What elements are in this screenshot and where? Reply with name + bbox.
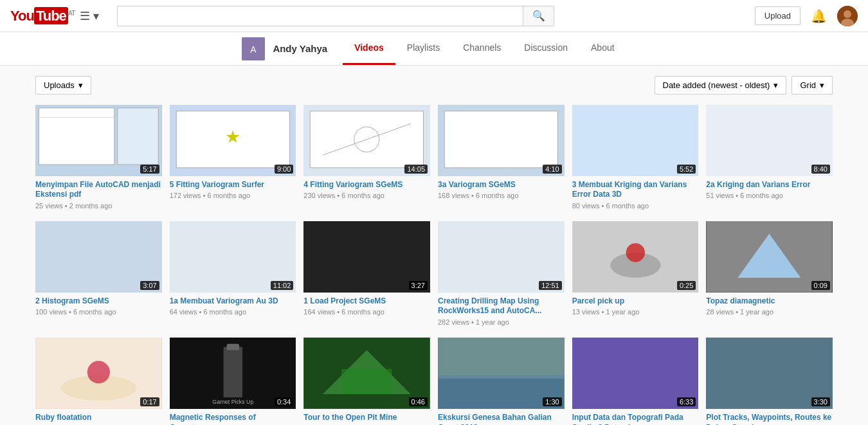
- thumbnail-15: 0:46: [303, 338, 430, 409]
- thumbnail-4: 4:10: [438, 105, 565, 176]
- video-title-15: Tour to the Open Pit Mine: [303, 413, 430, 423]
- toolbar-right: Date added (newest - oldest) ▾ Grid ▾: [655, 76, 833, 95]
- thumbnail-6: 8:40: [706, 105, 833, 176]
- video-card-7[interactable]: 3:07 2 Histogram SGeMS 100 views • 6 mon…: [35, 221, 162, 327]
- search-button[interactable]: 🔍: [523, 6, 554, 26]
- thumbnail-16: 1:30: [438, 338, 565, 409]
- sort-chevron: ▾: [773, 80, 778, 90]
- video-meta-9: 164 views • 6 months ago: [303, 307, 430, 317]
- video-title-4: 3a Variogram SGeMS: [438, 180, 565, 190]
- search-bar: 🔍: [117, 6, 554, 26]
- thumbnail-3: 14:05: [303, 105, 430, 176]
- svg-rect-35: [438, 338, 564, 379]
- grid-chevron: ▾: [820, 80, 824, 90]
- uploads-chevron: ▾: [78, 80, 83, 90]
- thumbnail-18: 3:30: [706, 338, 833, 409]
- svg-rect-28: [226, 344, 239, 350]
- video-title-2: 5 Fitting Variogram Surfer: [170, 180, 296, 190]
- video-card-16[interactable]: 1:30 Ekskursi Genesa Bahan Galian Garut …: [438, 338, 565, 425]
- svg-rect-27: [223, 347, 242, 397]
- video-card-12[interactable]: 0:09 Topaz diamagnetic 28 views • 1 year…: [706, 221, 833, 327]
- svg-rect-32: [342, 369, 392, 394]
- video-title-6: 2a Kriging dan Varians Error: [706, 180, 833, 190]
- video-card-6[interactable]: 8:40 2a Kriging dan Varians Error 51 vie…: [706, 105, 833, 211]
- upload-button[interactable]: Upload: [755, 6, 800, 25]
- svg-point-25: [87, 361, 110, 384]
- thumbnail-17: 6:33: [572, 338, 699, 409]
- video-card-15[interactable]: 0:46 Tour to the Open Pit Mine 72 views …: [303, 338, 430, 425]
- logo-suffix: AT: [68, 9, 75, 16]
- site-header: YouTubeAT ☰ ▾ 🔍 Upload 🔔: [0, 0, 868, 32]
- video-grid: 5:17 Menyimpan File AutoCAD menjadi Ekst…: [35, 105, 833, 425]
- grid-label: Grid: [800, 80, 816, 90]
- svg-text:A: A: [251, 44, 257, 55]
- video-card-4[interactable]: 4:10 3a Variogram SGeMS 168 views • 6 mo…: [438, 105, 565, 211]
- video-meta-2: 172 views • 6 months ago: [170, 191, 296, 201]
- menu-icon[interactable]: ☰ ▾: [80, 9, 99, 23]
- svg-point-20: [626, 243, 644, 262]
- duration-badge-14: 0:34: [275, 397, 293, 406]
- duration-badge-10: 12:51: [539, 281, 562, 290]
- uploads-button[interactable]: Uploads ▾: [35, 76, 91, 95]
- video-title-8: 1a Membuat Variogram Au 3D: [170, 296, 296, 307]
- thumbnail-7: 3:07: [35, 221, 162, 293]
- video-meta-5: 80 views • 6 months ago: [572, 201, 699, 211]
- user-avatar[interactable]: [837, 6, 858, 26]
- video-title-13: Ruby floatation: [35, 413, 162, 423]
- main-content: Uploads ▾ Date added (newest - oldest) ▾…: [10, 66, 858, 425]
- duration-badge-18: 3:30: [811, 397, 830, 406]
- video-card-17[interactable]: 6:33 Input Data dan Topografi Pada Studi…: [572, 338, 699, 425]
- notifications-icon[interactable]: 🔔: [811, 8, 827, 24]
- duration-badge-4: 4:10: [543, 165, 561, 174]
- duration-badge-9: 3:27: [409, 281, 428, 290]
- video-title-9: 1 Load Project SGeMS: [303, 296, 430, 307]
- video-title-17: Input Data dan Topografi Pada Studio 3 D…: [572, 413, 699, 425]
- video-card-18[interactable]: 3:30 Plot Tracks, Waypoints, Routes ke D…: [706, 338, 833, 425]
- duration-badge-16: 1:30: [543, 397, 561, 406]
- thumbnail-1: 5:17: [35, 105, 162, 176]
- thumbnail-11: 0:25: [572, 221, 699, 293]
- duration-badge-13: 0:17: [140, 397, 159, 406]
- youtube-logo[interactable]: YouTubeAT: [10, 8, 75, 24]
- duration-badge-6: 8:40: [811, 165, 830, 174]
- header-right: Upload 🔔: [755, 6, 858, 26]
- duration-badge-15: 0:46: [409, 397, 428, 406]
- toolbar: Uploads ▾ Date added (newest - oldest) ▾…: [35, 76, 833, 95]
- svg-rect-8: [118, 108, 159, 165]
- duration-badge-5: 5:52: [677, 165, 696, 174]
- video-title-1: Menyimpan File AutoCAD menjadi Ekstensi …: [35, 180, 162, 200]
- search-input[interactable]: [118, 6, 523, 26]
- channel-avatar: A: [242, 37, 265, 60]
- video-card-11[interactable]: 0:25 Parcel pick up 13 views • 1 year ag…: [572, 221, 699, 327]
- video-card-2[interactable]: ★ 9:00 5 Fitting Variogram Surfer 172 vi…: [170, 105, 296, 211]
- tab-videos-active[interactable]: Videos: [343, 32, 395, 65]
- thumbnail-13: 0:17: [35, 338, 162, 409]
- svg-point-1: [844, 10, 851, 18]
- channel-name: Andy Yahya: [273, 33, 327, 64]
- channel-nav: A Andy Yahya Videos Playlists Channels D…: [0, 32, 868, 66]
- svg-rect-6: [39, 108, 114, 165]
- sort-button[interactable]: Date added (newest - oldest) ▾: [655, 76, 787, 95]
- video-card-5[interactable]: 5:52 3 Membuat Kriging dan Varians Error…: [572, 105, 699, 211]
- tab-about[interactable]: About: [579, 32, 626, 65]
- video-title-11: Parcel pick up: [572, 296, 699, 307]
- video-card-3[interactable]: 14:05 4 Fitting Variogram SGeMS 230 view…: [303, 105, 430, 211]
- tab-channels[interactable]: Channels: [451, 32, 512, 65]
- thumbnail-14: Garnet Picks Up 0:34: [170, 338, 296, 409]
- video-card-14[interactable]: Garnet Picks Up 0:34 Magnetic Responses …: [170, 338, 296, 425]
- tab-discussion[interactable]: Discussion: [512, 32, 579, 65]
- video-card-1[interactable]: 5:17 Menyimpan File AutoCAD menjadi Ekst…: [35, 105, 162, 211]
- logo-area: YouTubeAT ☰ ▾: [10, 8, 107, 24]
- svg-text:★: ★: [225, 127, 240, 147]
- video-card-8[interactable]: 11:02 1a Membuat Variogram Au 3D 64 view…: [170, 221, 296, 327]
- video-card-9[interactable]: 3:27 1 Load Project SGeMS 164 views • 6 …: [303, 221, 430, 327]
- grid-button[interactable]: Grid ▾: [791, 76, 833, 95]
- video-title-7: 2 Histogram SGeMS: [35, 296, 162, 307]
- video-meta-6: 51 views • 6 months ago: [706, 191, 833, 201]
- duration-badge-8: 11:02: [271, 281, 294, 290]
- video-title-14: Magnetic Responses of Gemstones: [170, 413, 296, 425]
- video-card-10[interactable]: 12:51 Creating Drilling Map Using RockWo…: [438, 221, 565, 327]
- video-card-13[interactable]: 0:17 Ruby floatation 17 views • 1 year a…: [35, 338, 162, 425]
- video-meta-11: 13 views • 1 year ago: [572, 307, 699, 317]
- tab-playlists[interactable]: Playlists: [395, 32, 451, 65]
